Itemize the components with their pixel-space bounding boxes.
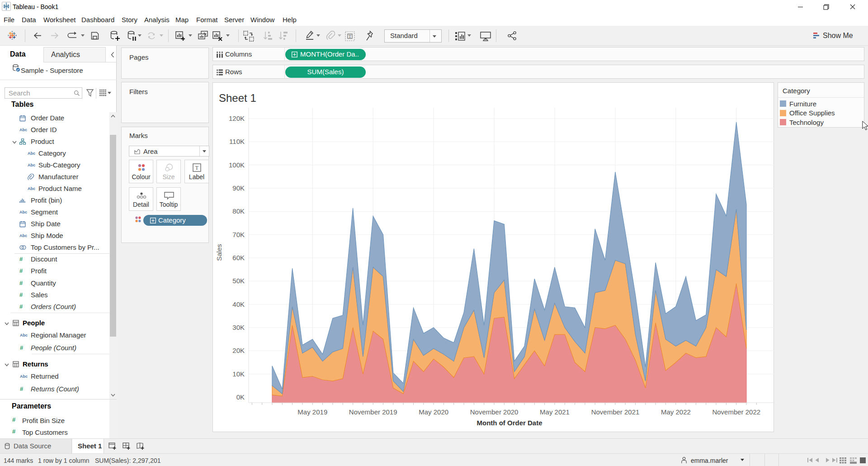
- svg-text:May 2020: May 2020: [419, 408, 448, 416]
- svg-text:80K: 80K: [232, 207, 245, 215]
- svg-text:May 2022: May 2022: [661, 408, 691, 416]
- svg-text:20K: 20K: [232, 347, 245, 354]
- svg-text:Sheet 1: Sheet 1: [219, 92, 256, 104]
- svg-text:90K: 90K: [232, 184, 245, 192]
- svg-text:November 2022: November 2022: [712, 408, 760, 416]
- svg-text:0K: 0K: [236, 393, 245, 401]
- svg-text:120K: 120K: [229, 114, 245, 122]
- svg-text:110K: 110K: [229, 138, 245, 145]
- svg-text:30K: 30K: [232, 323, 245, 331]
- svg-text:November 2021: November 2021: [591, 408, 640, 416]
- svg-text:Sales: Sales: [215, 244, 223, 261]
- svg-text:10K: 10K: [232, 370, 245, 378]
- svg-text:70K: 70K: [232, 231, 245, 238]
- svg-text:Month of Order Date: Month of Order Date: [477, 419, 542, 427]
- svg-text:100K: 100K: [229, 161, 245, 169]
- svg-text:November 2019: November 2019: [349, 408, 397, 416]
- svg-text:November 2020: November 2020: [470, 408, 519, 416]
- svg-text:50K: 50K: [232, 277, 245, 285]
- svg-text:T: T: [349, 34, 351, 39]
- svg-text:T: T: [195, 165, 199, 171]
- svg-text:60K: 60K: [232, 254, 245, 262]
- svg-text:40K: 40K: [232, 300, 245, 308]
- svg-text:May 2021: May 2021: [540, 408, 570, 416]
- svg-text:May 2019: May 2019: [297, 408, 327, 416]
